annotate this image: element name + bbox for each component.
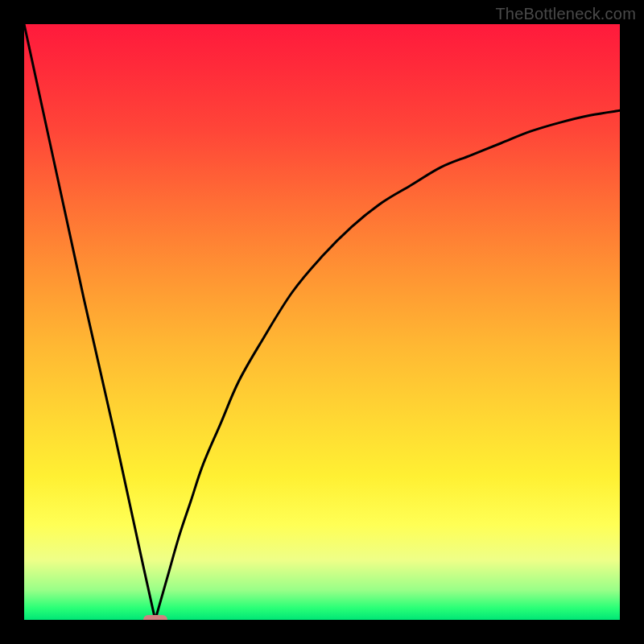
plot-area: [24, 24, 620, 620]
curve-path: [24, 24, 620, 620]
bottleneck-curve: [24, 24, 620, 620]
minimum-marker: [143, 615, 167, 620]
watermark-text: TheBottleneck.com: [495, 5, 636, 23]
chart-frame: TheBottleneck.com: [0, 0, 644, 644]
